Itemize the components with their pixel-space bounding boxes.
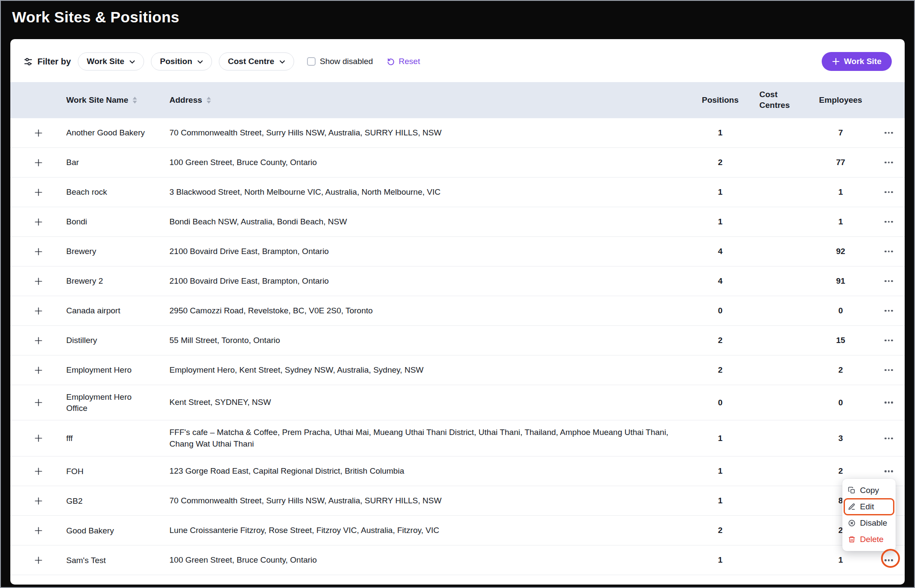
row-actions-button[interactable] <box>881 467 897 476</box>
trash-icon <box>848 536 856 543</box>
row-actions-button[interactable] <box>881 158 897 167</box>
menu-item-disable[interactable]: Disable <box>842 515 896 531</box>
add-work-site-button[interactable]: Work Site <box>822 52 892 71</box>
table-row: FOH 123 Gorge Road East, Capital Regiona… <box>10 456 905 486</box>
actions-cell <box>873 247 905 256</box>
positions-count: 2 <box>692 336 748 345</box>
table-header-row: Work Site Name Address Positions <box>10 82 905 118</box>
expand-cell <box>10 274 66 288</box>
table-row: fff FFF's cafe – Matcha & Coffee, Prem P… <box>10 420 905 456</box>
menu-item-label: Disable <box>860 518 887 528</box>
work-site-name: Distillery <box>66 335 169 346</box>
positions-count: 1 <box>692 496 748 505</box>
employees-count: 0 <box>808 398 873 407</box>
work-site-address: 3 Blackwood Street, North Melbourne VIC,… <box>169 187 692 198</box>
filter-by: Filter by <box>23 57 71 67</box>
table-row: Brewery 2100 Bovaird Drive East, Brampto… <box>10 237 905 266</box>
work-site-address: 70 Commonwealth Street, Surry Hills NSW,… <box>169 495 692 507</box>
actions-cell <box>873 188 905 197</box>
positions-count: 1 <box>692 434 748 443</box>
row-actions-button[interactable] <box>881 434 897 443</box>
row-actions-button[interactable] <box>881 129 897 138</box>
expand-row-button[interactable] <box>31 494 46 508</box>
table-row: Canada airport 2950 Camozzi Road, Revels… <box>10 296 905 326</box>
work-site-name: Good Bakery <box>66 525 169 536</box>
work-site-name: fff <box>66 433 169 444</box>
positions-count: 1 <box>692 466 748 476</box>
ellipsis-icon <box>884 401 893 404</box>
expand-row-button[interactable] <box>31 156 46 170</box>
expand-cell <box>10 245 66 259</box>
menu-item-edit[interactable]: Edit <box>842 499 896 515</box>
positions-count: 4 <box>692 276 748 286</box>
expand-row-button[interactable] <box>31 274 46 288</box>
header-work-site-name-label: Work Site Name <box>66 95 128 105</box>
row-actions-button[interactable] <box>881 336 897 345</box>
header-employees: Employees <box>808 95 873 105</box>
work-site-name: Employment Hero Office <box>66 392 169 413</box>
expand-row-button[interactable] <box>31 245 46 259</box>
sort-icon[interactable] <box>206 97 211 104</box>
work-site-name: Another Good Bakery <box>66 127 169 138</box>
expand-row-button[interactable] <box>31 395 46 410</box>
table-row: Employment Hero Office Kent Street, SYDN… <box>10 385 905 420</box>
row-actions-button[interactable] <box>881 277 897 286</box>
ellipsis-icon <box>884 251 893 253</box>
employees-count: 1 <box>808 187 873 197</box>
actions-cell <box>873 336 905 345</box>
ellipsis-icon <box>884 191 893 193</box>
expand-cell <box>10 363 66 377</box>
actions-cell <box>873 556 905 565</box>
row-actions-button[interactable] <box>881 247 897 256</box>
expand-row-button[interactable] <box>31 464 46 478</box>
reset-icon <box>387 57 395 66</box>
sort-icon[interactable] <box>132 97 137 104</box>
expand-row-button[interactable] <box>31 304 46 318</box>
expand-cell <box>10 464 66 478</box>
row-actions-button[interactable] <box>881 398 897 407</box>
expand-cell <box>10 185 66 199</box>
expand-row-button[interactable] <box>31 185 46 199</box>
table-row: Bondi Bondi Beach NSW, Australia, Bondi … <box>10 207 905 237</box>
expand-row-button[interactable] <box>31 215 46 229</box>
reset-filters-button[interactable]: Reset <box>387 57 420 66</box>
cost-centre-filter-dropdown[interactable]: Cost Centre <box>219 52 294 70</box>
show-disabled-label: Show disabled <box>320 57 373 66</box>
positions-count: 0 <box>692 398 748 407</box>
reset-label: Reset <box>399 57 420 66</box>
expand-cell <box>10 395 66 410</box>
ellipsis-icon <box>884 221 893 223</box>
show-disabled-checkbox[interactable] <box>307 57 316 66</box>
expand-row-button[interactable] <box>31 553 46 567</box>
work-site-name: GB2 <box>66 496 169 507</box>
show-disabled-toggle[interactable]: Show disabled <box>307 57 373 66</box>
position-filter-dropdown[interactable]: Position <box>151 52 212 70</box>
expand-row-button[interactable] <box>31 524 46 538</box>
table-row: Good Bakery Lune Croissanterie Fitzroy, … <box>10 516 905 545</box>
work-site-filter-dropdown[interactable]: Work Site <box>78 52 144 70</box>
work-site-address: 2100 Bovaird Drive East, Brampton, Ontar… <box>169 276 692 287</box>
work-site-address: Kent Street, SYDNEY, NSW <box>169 397 692 408</box>
expand-row-button[interactable] <box>31 334 46 348</box>
expand-cell <box>10 431 66 445</box>
cost-centre-filter-label: Cost Centre <box>228 57 274 66</box>
filter-sliders-icon <box>23 57 33 67</box>
row-actions-button[interactable] <box>881 306 897 315</box>
work-site-address: 123 Gorge Road East, Capital Regional Di… <box>169 466 692 477</box>
work-sites-table: Work Site Name Address Positions <box>10 82 905 575</box>
ellipsis-icon <box>884 369 893 371</box>
row-actions-button[interactable] <box>881 217 897 227</box>
expand-row-button[interactable] <box>31 431 46 445</box>
ellipsis-icon <box>884 559 893 561</box>
row-actions-button[interactable] <box>881 556 897 565</box>
table-row: Brewery 2 2100 Bovaird Drive East, Bramp… <box>10 266 905 296</box>
expand-row-button[interactable] <box>31 363 46 377</box>
work-site-address: Lune Croissanterie Fitzroy, Rose Street,… <box>169 525 692 536</box>
row-actions-button[interactable] <box>881 188 897 197</box>
menu-item-copy[interactable]: Copy <box>842 482 896 499</box>
expand-row-button[interactable] <box>31 126 46 140</box>
pencil-icon <box>848 503 856 511</box>
menu-item-delete[interactable]: Delete <box>842 531 896 548</box>
work-site-address: 2950 Camozzi Road, Revelstoke, BC, V0E 2… <box>169 305 692 317</box>
row-actions-button[interactable] <box>881 366 897 375</box>
